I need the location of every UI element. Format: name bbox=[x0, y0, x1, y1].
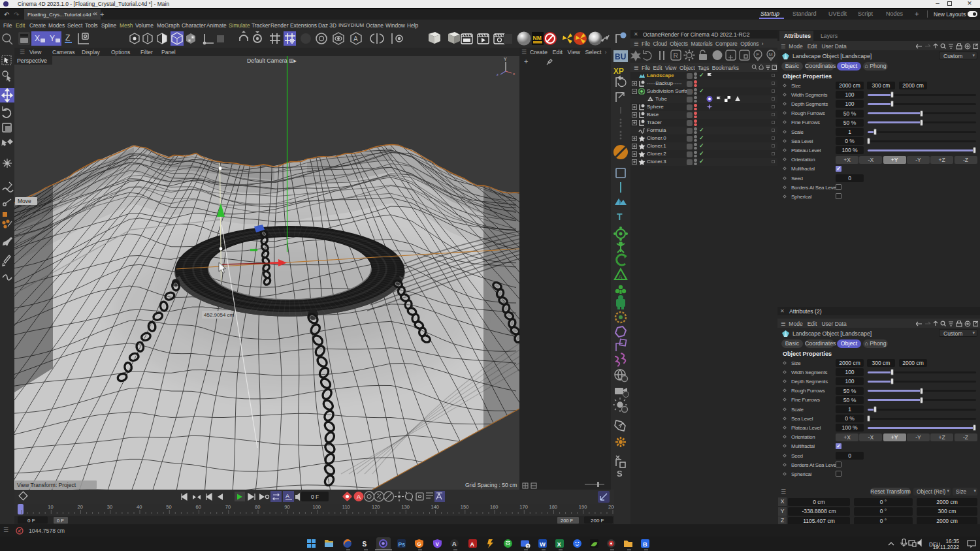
svg-text:180: 180 bbox=[549, 504, 558, 510]
svg-text:View Transform: Project: View Transform: Project bbox=[17, 482, 76, 488]
svg-text:Default Camera ⊞▸: Default Camera ⊞▸ bbox=[247, 57, 297, 64]
svg-text:190: 190 bbox=[579, 504, 587, 510]
svg-text:50: 50 bbox=[166, 504, 171, 510]
svg-text:X: X bbox=[557, 541, 562, 548]
svg-text:Move: Move bbox=[18, 198, 31, 204]
svg-text:x: x bbox=[513, 72, 515, 76]
svg-text:200 F: 200 F bbox=[561, 518, 574, 524]
svg-text:170: 170 bbox=[519, 504, 528, 510]
svg-text:10: 10 bbox=[48, 504, 53, 510]
svg-text:70: 70 bbox=[225, 504, 231, 510]
svg-text:0 F: 0 F bbox=[311, 494, 319, 500]
svg-text:M: M bbox=[769, 52, 773, 57]
svg-text:0 F: 0 F bbox=[27, 518, 35, 524]
svg-text:G: G bbox=[417, 541, 421, 547]
svg-text:Ps: Ps bbox=[399, 541, 406, 548]
svg-text:A: A bbox=[286, 493, 289, 499]
svg-text:130: 130 bbox=[401, 504, 410, 510]
svg-text:A: A bbox=[357, 494, 361, 500]
svg-text:Y: Y bbox=[50, 34, 55, 43]
svg-text:0 F: 0 F bbox=[57, 518, 64, 524]
svg-text:X: X bbox=[35, 34, 40, 43]
svg-text:16:35: 16:35 bbox=[946, 539, 960, 544]
svg-text:60: 60 bbox=[196, 504, 201, 510]
svg-text:T: T bbox=[617, 212, 623, 222]
svg-text:40: 40 bbox=[137, 504, 142, 510]
svg-text:150: 150 bbox=[461, 504, 469, 510]
svg-text:90: 90 bbox=[284, 504, 289, 510]
svg-text:A: A bbox=[470, 541, 475, 548]
svg-text:S: S bbox=[363, 541, 367, 548]
svg-text:100: 100 bbox=[313, 504, 321, 510]
svg-text:S: S bbox=[617, 469, 623, 479]
svg-text:200: 200 bbox=[608, 504, 614, 510]
svg-text:F: F bbox=[757, 52, 760, 57]
svg-text:NM: NM bbox=[533, 35, 542, 41]
svg-text:V: V bbox=[436, 541, 440, 547]
svg-text:19.11.2022: 19.11.2022 bbox=[933, 544, 960, 550]
svg-text:80: 80 bbox=[255, 504, 260, 510]
svg-text:A: A bbox=[452, 541, 457, 547]
svg-text:140: 140 bbox=[431, 504, 440, 510]
svg-text:200 F: 200 F bbox=[591, 518, 604, 524]
svg-text:30: 30 bbox=[107, 504, 112, 510]
svg-text:z: z bbox=[497, 72, 498, 76]
svg-text:XP: XP bbox=[613, 67, 624, 76]
svg-text:A: A bbox=[353, 35, 358, 42]
svg-text:Perspective: Perspective bbox=[17, 57, 47, 64]
svg-text:B: B bbox=[643, 541, 647, 548]
svg-text:W: W bbox=[540, 541, 546, 548]
svg-text:160: 160 bbox=[490, 504, 498, 510]
svg-text:110: 110 bbox=[342, 504, 350, 510]
svg-text:R: R bbox=[674, 52, 679, 59]
svg-text:20: 20 bbox=[78, 504, 83, 510]
svg-text:Grid Spacing : 50 cm: Grid Spacing : 50 cm bbox=[465, 482, 517, 488]
svg-text:BU: BU bbox=[615, 52, 626, 61]
svg-text:Y: Y bbox=[504, 57, 507, 61]
svg-text:Z: Z bbox=[65, 33, 70, 42]
svg-text:452.9054 cm: 452.9054 cm bbox=[204, 312, 235, 318]
svg-text:120: 120 bbox=[372, 504, 380, 510]
svg-text:A: A bbox=[619, 274, 623, 280]
